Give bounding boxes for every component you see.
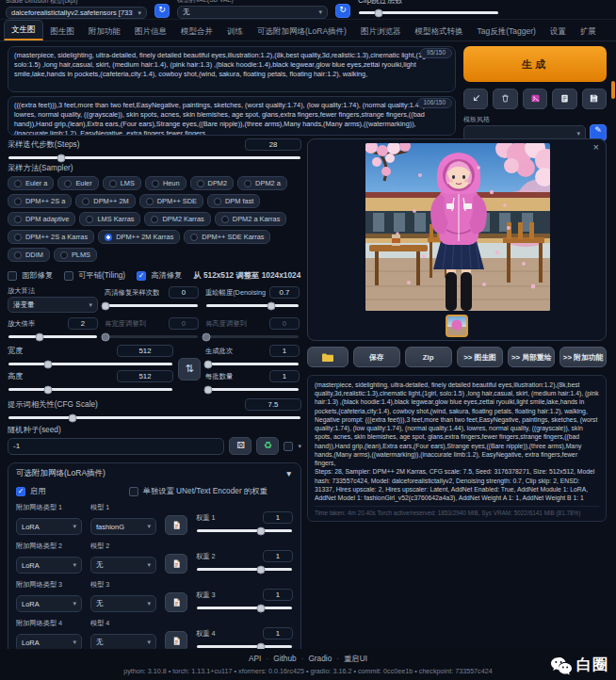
slider-track[interactable] bbox=[197, 645, 292, 648]
slider-track[interactable] bbox=[8, 388, 172, 391]
lora-model-select[interactable]: 无▾ bbox=[90, 595, 156, 612]
negative-prompt-input[interactable]: (((extra feet))),3 feet,more than two fe… bbox=[8, 96, 456, 136]
gradio-link[interactable]: Gradio bbox=[308, 654, 332, 664]
denoising-slider[interactable]: 重绘幅度(Denoising)0.7 bbox=[205, 286, 300, 313]
slider-value-input[interactable]: 1 bbox=[269, 345, 300, 357]
clip-skip-slider[interactable]: Clip跳过层数 bbox=[358, 0, 499, 17]
lora-model-select[interactable]: 无▾ bbox=[90, 557, 156, 574]
tab-train[interactable]: 训练 bbox=[220, 23, 250, 40]
slider-track[interactable] bbox=[8, 335, 97, 338]
lora-model-file-button[interactable] bbox=[165, 515, 187, 535]
model-select[interactable]: dalceforealistictallyv2.safetensors [733… bbox=[6, 7, 147, 19]
api-link[interactable]: API bbox=[249, 654, 261, 664]
lora-weight-slider[interactable]: 权重 21 bbox=[196, 550, 293, 574]
slider-track[interactable] bbox=[206, 304, 299, 307]
tab-image-browser[interactable]: 图片浏览器 bbox=[354, 23, 408, 40]
sampler-option-dpm-2m[interactable]: DPM++ 2M bbox=[75, 194, 135, 208]
slider-track[interactable] bbox=[105, 304, 198, 307]
sampler-option-heun[interactable]: Heun bbox=[145, 176, 186, 190]
tab-model-converter[interactable]: 模型格式转换 bbox=[408, 23, 469, 40]
sampler-option-plms[interactable]: PLMS bbox=[54, 248, 97, 262]
slider-handle[interactable] bbox=[203, 385, 212, 394]
tab-extras[interactable]: 附加功能 bbox=[82, 23, 127, 40]
swap-dimensions-button[interactable]: ⇅ bbox=[178, 358, 201, 380]
slider-value-input[interactable]: 512 bbox=[117, 370, 173, 382]
restore-faces-checkbox[interactable]: 面部修复 bbox=[8, 270, 53, 281]
refresh-vae-icon[interactable]: ↻ bbox=[335, 4, 350, 18]
send-to-extras-button[interactable]: >> 附加功能 bbox=[559, 347, 607, 367]
slider-handle[interactable] bbox=[57, 154, 65, 162]
slider-handle[interactable] bbox=[102, 301, 110, 310]
lora-type-select[interactable]: LoRA▾ bbox=[16, 518, 82, 535]
vae-select[interactable]: 无 ▾ bbox=[177, 6, 328, 19]
sampler-option-lms[interactable]: LMS bbox=[103, 176, 141, 190]
slider-track[interactable] bbox=[197, 607, 292, 609]
lora-weight-value[interactable]: 1 bbox=[263, 627, 293, 640]
lora-type-select[interactable]: LoRA▾ bbox=[16, 595, 82, 612]
sampler-option-dpm-sde-karras[interactable]: DPM++ SDE Karras bbox=[184, 230, 270, 244]
slider-value-input[interactable]: 1 bbox=[269, 370, 300, 382]
tab-tagger[interactable]: Tag反推(Tagger) bbox=[470, 23, 542, 40]
sampler-option-dpm-adaptive[interactable]: DPM adaptive bbox=[8, 212, 75, 226]
batch-size-slider[interactable]: 每批数量1 bbox=[205, 370, 300, 391]
lora-weight-slider[interactable]: 权重 11 bbox=[196, 511, 293, 535]
apply-style-button[interactable] bbox=[552, 89, 576, 109]
separate-weights-checkbox[interactable]: 单独设置 UNet/Text Encoder 的权重 bbox=[129, 486, 267, 496]
lora-weight-value[interactable]: 1 bbox=[263, 550, 293, 562]
lora-model-select[interactable]: fashionG▾ bbox=[90, 518, 156, 535]
slider-value-input[interactable]: 0.7 bbox=[269, 286, 300, 299]
tab-additional-networks[interactable]: 可选附加网络(LoRA插件) bbox=[251, 23, 353, 40]
sampler-option-dpm-2s-a[interactable]: DPM++ 2S a bbox=[8, 194, 72, 208]
hires-steps-slider[interactable]: 高清修复采样次数0 bbox=[105, 286, 199, 313]
slider-handle[interactable] bbox=[256, 565, 265, 574]
slider-handle[interactable] bbox=[43, 385, 52, 394]
tiling-checkbox[interactable]: 可平铺(Tiling) bbox=[64, 270, 125, 281]
lora-weight-slider[interactable]: 权重 41 bbox=[196, 627, 293, 651]
sampler-option-euler-a[interactable]: Euler a bbox=[8, 176, 54, 190]
height-slider[interactable]: 高度512 bbox=[8, 370, 173, 391]
lora-model-file-button[interactable] bbox=[165, 554, 187, 574]
tab-img2img[interactable]: 图生图 bbox=[44, 23, 82, 40]
sampler-option-dpm2-karras[interactable]: DPM2 Karras bbox=[144, 212, 210, 226]
generate-button[interactable]: 生成 bbox=[463, 46, 607, 82]
lora-model-file-button[interactable] bbox=[165, 631, 187, 651]
slider-value-input[interactable]: 512 bbox=[117, 345, 173, 357]
tab-settings[interactable]: 设置 bbox=[543, 23, 573, 40]
sampler-option-euler[interactable]: Euler bbox=[57, 176, 98, 190]
slider-handle[interactable] bbox=[374, 8, 382, 17]
slider-handle[interactable] bbox=[35, 332, 43, 341]
sampler-option-dpm2[interactable]: DPM2 bbox=[190, 176, 235, 190]
sampler-option-dpm-2s-a-karras[interactable]: DPM++ 2S a Karras bbox=[8, 230, 94, 244]
sampler-option-dpm2-a[interactable]: DPM2 a bbox=[237, 176, 287, 190]
close-icon[interactable]: × bbox=[593, 141, 599, 153]
steps-slider[interactable]: 采样迭代步数(Steps)28 bbox=[8, 138, 301, 159]
lora-model-file-button[interactable] bbox=[165, 592, 187, 612]
generated-image[interactable] bbox=[365, 143, 550, 311]
hires-fix-checkbox[interactable]: ✓高清修复 bbox=[137, 270, 182, 281]
cfg-scale-slider[interactable]: 提示词相关性(CFG Scale)7.5 bbox=[8, 398, 301, 419]
width-slider[interactable]: 宽度512 bbox=[8, 345, 173, 365]
save-style-button[interactable] bbox=[582, 89, 607, 109]
lora-weight-value[interactable]: 1 bbox=[263, 589, 293, 601]
upscale-by-slider[interactable]: 放大倍率2 bbox=[8, 317, 98, 341]
seed-extra-checkbox[interactable] bbox=[284, 442, 293, 451]
slider-track[interactable] bbox=[8, 416, 300, 419]
save-button[interactable]: 保存 bbox=[353, 347, 400, 367]
random-seed-dice-icon[interactable]: ⚄ bbox=[229, 437, 251, 455]
slider-value-input[interactable]: 28 bbox=[245, 138, 301, 151]
slider-handle[interactable] bbox=[43, 360, 52, 368]
sampler-option-dpm-fast[interactable]: DPM fast bbox=[207, 194, 260, 208]
slider-handle[interactable] bbox=[69, 413, 77, 422]
gallery-thumbnail[interactable] bbox=[446, 315, 468, 337]
lora-type-select[interactable]: LoRA▾ bbox=[16, 557, 82, 574]
slider-handle[interactable] bbox=[203, 360, 212, 368]
send-to-inpaint-button[interactable]: >> 局部重绘 bbox=[508, 347, 555, 367]
slider-value-input[interactable]: 7.5 bbox=[245, 398, 301, 411]
sampler-option-lms-karras[interactable]: LMS Karras bbox=[79, 212, 140, 226]
open-folder-button[interactable] bbox=[307, 347, 349, 367]
slider-handle[interactable] bbox=[267, 301, 275, 310]
github-link[interactable]: Github bbox=[273, 654, 296, 664]
slider-track[interactable] bbox=[197, 568, 292, 571]
reuse-seed-recycle-icon[interactable]: ♻ bbox=[256, 437, 279, 455]
zip-button[interactable]: Zip bbox=[405, 347, 452, 367]
